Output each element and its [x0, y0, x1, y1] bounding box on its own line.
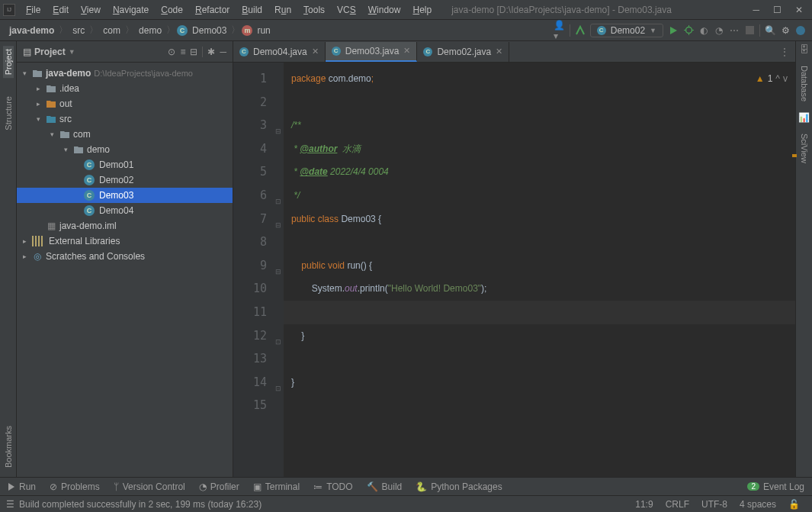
bottom-toolbar: Run ⊘Problems ᛘVersion Control ◔Profiler…: [0, 477, 812, 495]
tab-demo04[interactable]: C Demo04.java ✕: [233, 42, 326, 62]
tool-build[interactable]: 🔨Build: [367, 481, 403, 492]
tab-bookmarks[interactable]: Bookmarks: [3, 423, 14, 471]
menu-navigate[interactable]: Navigate: [108, 3, 153, 17]
window-title: java-demo [D:\IdeaProjects\java-demo] - …: [436, 5, 753, 15]
run-button[interactable]: [668, 25, 679, 36]
code-content[interactable]: ▲ 1 ^ v package com.demo; /** * @author …: [284, 63, 795, 477]
project-panel: ▤Project ▼ ⊙ ≡ ⊟ ✱ ─ ▾ java-demo D:\Idea…: [17, 41, 233, 477]
nav-bar: java-demo 〉 src 〉 com 〉 demo 〉 C Demo03 …: [0, 20, 812, 41]
menu-view[interactable]: View: [76, 3, 105, 17]
tree-demo01[interactable]: C Demo01: [17, 157, 233, 172]
status-position[interactable]: 11:9: [629, 499, 659, 510]
branch-icon: ᛘ: [114, 481, 119, 492]
tab-demo03[interactable]: C Demo03.java ✕: [326, 42, 418, 62]
status-menu-icon[interactable]: ☰: [6, 499, 14, 510]
menu-help[interactable]: Help: [408, 3, 436, 17]
right-tool-tabs: 🗄 Database 📊 SciView: [795, 41, 812, 477]
tree-ext-libs[interactable]: ▸ External Libraries: [17, 233, 233, 249]
tree-demo[interactable]: ▾ demo: [17, 142, 233, 157]
profile-button[interactable]: ◔: [714, 25, 724, 36]
class-icon: C: [84, 205, 95, 216]
breadcrumb-class[interactable]: Demo03: [189, 25, 229, 36]
tree-demo04[interactable]: C Demo04: [17, 203, 233, 218]
tab-demo02[interactable]: C Demo02.java ✕: [417, 42, 509, 62]
breadcrumb-src[interactable]: src: [69, 25, 88, 36]
collapse-all-icon[interactable]: ⊟: [190, 47, 197, 57]
warning-icon: ⊘: [50, 481, 57, 492]
expand-all-icon[interactable]: ≡: [180, 47, 185, 57]
add-user-icon[interactable]: 👤▾: [554, 25, 565, 36]
tool-python[interactable]: 🐍Python Packages: [416, 481, 502, 492]
tree-scratches[interactable]: ▸◎ Scratches and Consoles: [17, 249, 233, 264]
terminal-icon: ▣: [253, 481, 262, 492]
tree-com[interactable]: ▾ com: [17, 127, 233, 142]
database-icon[interactable]: 🗄: [800, 44, 809, 55]
hide-panel-icon[interactable]: ─: [220, 47, 226, 57]
stop-button[interactable]: [744, 25, 755, 36]
tool-run[interactable]: Run: [8, 481, 36, 492]
code-editor[interactable]: 12 3⊟45 6⊡ 7⊟8 9⊟1011 12⊡13 14⊡15 ▲ 1 ^ …: [233, 63, 795, 477]
menu-edit[interactable]: Edit: [48, 3, 73, 17]
project-tree[interactable]: ▾ java-demo D:\IdeaProjects\java-demo ▸ …: [17, 63, 233, 477]
project-panel-header: ▤Project ▼ ⊙ ≡ ⊟ ✱ ─: [17, 41, 233, 63]
tool-terminal[interactable]: ▣Terminal: [253, 481, 300, 492]
breadcrumb-root[interactable]: java-demo: [6, 25, 57, 36]
settings-icon[interactable]: ⚙: [780, 25, 791, 36]
debug-button[interactable]: [683, 25, 694, 36]
editor-more-icon[interactable]: ⋮: [774, 47, 795, 57]
breadcrumb-com[interactable]: com: [100, 25, 124, 36]
status-eol[interactable]: CRLF: [660, 499, 695, 510]
title-bar: IJ File Edit View Navigate Code Refactor…: [0, 0, 812, 20]
breadcrumb-method[interactable]: run: [254, 25, 273, 36]
run-config-selector[interactable]: C Demo02 ▼: [590, 24, 663, 37]
line-gutter: 12 3⊟45 6⊡ 7⊟8 9⊟1011 12⊡13 14⊡15: [233, 63, 284, 477]
select-opened-icon[interactable]: ⊙: [168, 47, 175, 57]
method-icon: m: [242, 25, 252, 36]
menu-refactor[interactable]: Refactor: [191, 3, 234, 17]
close-tab-icon[interactable]: ✕: [496, 47, 502, 56]
settings-icon[interactable]: ✱: [207, 47, 215, 57]
breadcrumb-demo[interactable]: demo: [136, 25, 165, 36]
coverage-button[interactable]: ◐: [698, 25, 709, 36]
more-run-icon[interactable]: ⋯: [729, 25, 740, 36]
menu-vcs[interactable]: VCS: [332, 3, 361, 17]
tree-out[interactable]: ▸ out: [17, 96, 233, 111]
warning-stripe[interactable]: [792, 154, 797, 157]
status-encoding[interactable]: UTF-8: [695, 499, 733, 510]
menu-build[interactable]: Build: [237, 3, 267, 17]
status-lock-icon[interactable]: 🔓: [782, 499, 806, 510]
svg-rect-5: [746, 26, 754, 34]
tree-iml[interactable]: ▦ java-demo.iml: [17, 218, 233, 233]
tool-todo[interactable]: ≔TODO: [313, 481, 352, 492]
left-tool-tabs: Project Structure Bookmarks: [0, 41, 17, 477]
tab-database[interactable]: Database: [799, 63, 810, 105]
tab-structure[interactable]: Structure: [3, 93, 14, 134]
tab-project[interactable]: Project: [3, 46, 14, 78]
status-indent[interactable]: 4 spaces: [733, 499, 782, 510]
tool-problems[interactable]: ⊘Problems: [50, 481, 100, 492]
tool-profiler[interactable]: ◔Profiler: [199, 481, 239, 492]
build-icon[interactable]: [575, 25, 586, 36]
menu-tools[interactable]: Tools: [299, 3, 329, 17]
search-icon[interactable]: 🔍: [765, 25, 775, 36]
close-button[interactable]: ✕: [795, 5, 803, 15]
sciview-icon[interactable]: 📊: [798, 112, 810, 123]
close-tab-icon[interactable]: ✕: [312, 47, 319, 56]
tab-sciview[interactable]: SciView: [799, 130, 810, 166]
maximize-button[interactable]: ☐: [773, 5, 782, 15]
menu-window[interactable]: Window: [364, 3, 406, 17]
tree-src[interactable]: ▾ src: [17, 111, 233, 127]
close-tab-icon[interactable]: ✕: [403, 46, 410, 56]
menu-run[interactable]: Run: [270, 3, 296, 17]
tree-demo02[interactable]: C Demo02: [17, 172, 233, 188]
menu-file[interactable]: File: [21, 3, 45, 17]
tool-vcs[interactable]: ᛘVersion Control: [114, 481, 185, 492]
tool-event-log[interactable]: 2 Event Log: [747, 481, 804, 492]
tree-demo03[interactable]: C Demo03: [17, 188, 233, 203]
tree-idea[interactable]: ▸ .idea: [17, 81, 233, 96]
ide-assistant-icon[interactable]: [795, 25, 806, 36]
menu-code[interactable]: Code: [156, 3, 188, 17]
app-logo-icon: IJ: [3, 4, 15, 16]
tree-root[interactable]: ▾ java-demo D:\IdeaProjects\java-demo: [17, 66, 233, 81]
minimize-button[interactable]: ─: [753, 5, 759, 15]
